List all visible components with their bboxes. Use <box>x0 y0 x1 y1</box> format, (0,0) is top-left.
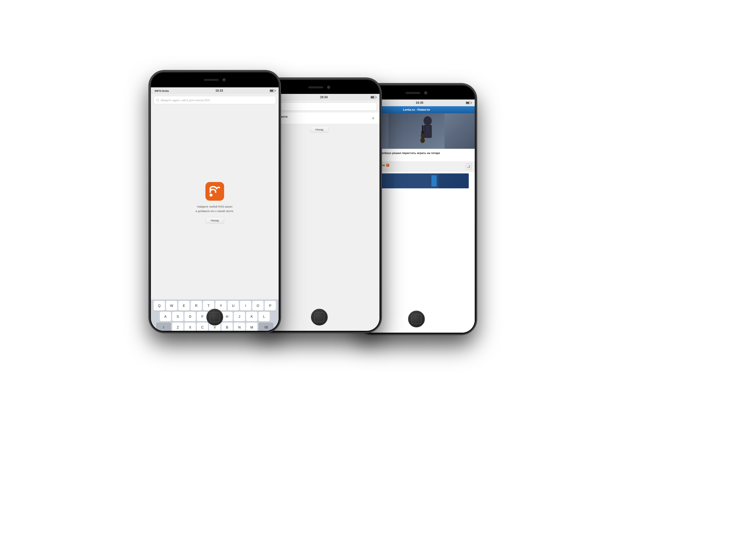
phone-3-speaker <box>406 92 420 94</box>
svg-point-2 <box>209 193 212 196</box>
key-d[interactable]: D <box>184 312 196 321</box>
key-q[interactable]: Q <box>154 301 165 311</box>
phone-1-home-button[interactable] <box>206 309 223 325</box>
key-i[interactable]: I <box>240 301 251 311</box>
phone-1-rss-text: Найдите любой RSS канал и добавьте его к… <box>196 205 234 213</box>
key-a[interactable]: A <box>160 312 171 321</box>
svg-rect-6 <box>388 113 444 149</box>
phone-1-carrier: INFO-lenta <box>155 89 169 92</box>
key-w[interactable]: W <box>166 301 177 311</box>
key-j[interactable]: J <box>234 312 245 321</box>
rss-icon <box>209 186 221 197</box>
svg-point-13 <box>421 133 424 138</box>
phone-2-home-button[interactable] <box>311 309 328 325</box>
phone-1-back-button[interactable]: Назад <box>205 217 224 223</box>
svg-point-7 <box>423 116 432 125</box>
phone-1-search-bar[interactable]: Введите адрес сайта для поиска RSS <box>154 96 276 104</box>
key-k[interactable]: K <box>246 312 257 321</box>
scene: INFO-lenta 19:33 Введите адрес сайта для… <box>112 37 635 523</box>
phone-2-battery <box>370 96 376 99</box>
share-icon[interactable] <box>466 163 472 169</box>
svg-rect-18 <box>431 175 437 186</box>
phone-1-time: 19:33 <box>215 89 223 92</box>
add-feed-button[interactable]: + <box>370 115 377 122</box>
phone-1: INFO-lenta 19:33 Введите адрес сайта для… <box>149 71 280 332</box>
phone-1-search-placeholder: Введите адрес сайта для поиска RSS <box>161 99 274 102</box>
phone-1-screen: INFO-lenta 19:33 Введите адрес сайта для… <box>151 87 279 331</box>
phone-2-camera <box>327 86 330 89</box>
svg-line-1 <box>158 101 159 101</box>
key-c[interactable]: C <box>197 323 208 331</box>
phone-1-camera <box>223 78 226 82</box>
key-l[interactable]: L <box>258 312 270 321</box>
key-p[interactable]: P <box>265 301 276 311</box>
key-b[interactable]: B <box>222 323 233 331</box>
key-h[interactable]: H <box>222 312 233 321</box>
key-r[interactable]: R <box>191 301 202 311</box>
key-o[interactable]: O <box>252 301 263 311</box>
svg-point-0 <box>156 99 158 101</box>
key-m[interactable]: M <box>246 323 257 331</box>
phone-3-home-button[interactable] <box>408 311 425 327</box>
key-shift[interactable]: ⇧ <box>156 323 171 331</box>
svg-point-15 <box>387 166 387 166</box>
key-s[interactable]: S <box>172 312 183 321</box>
key-x[interactable]: X <box>184 323 196 331</box>
phone-1-battery <box>270 89 275 92</box>
phone-3-camera <box>424 91 428 95</box>
key-z[interactable]: Z <box>172 323 183 331</box>
phone-2-time: 19:34 <box>320 96 328 99</box>
phone-3-time: 19:35 <box>416 101 423 105</box>
key-n[interactable]: N <box>234 323 245 331</box>
phone-2-speaker <box>308 86 323 88</box>
svg-rect-14 <box>422 125 423 132</box>
phone-3-battery <box>466 102 471 104</box>
svg-rect-8 <box>423 125 432 138</box>
key-u[interactable]: U <box>228 301 239 311</box>
rss-small-icon <box>386 164 389 167</box>
key-e[interactable]: E <box>178 301 189 311</box>
key-delete[interactable]: ⌫ <box>258 323 274 331</box>
phone-1-top-bar <box>151 73 279 87</box>
phone-1-rss-promo: Найдите любой RSS канал и добавьте его к… <box>151 106 279 299</box>
rss-icon-box <box>205 182 224 201</box>
phone-1-status-bar: INFO-lenta 19:33 <box>151 87 279 94</box>
phone-1-speaker <box>204 79 219 81</box>
svg-point-12 <box>420 138 425 143</box>
phone-2-back-button[interactable]: Назад <box>310 126 329 133</box>
search-icon <box>156 98 159 102</box>
